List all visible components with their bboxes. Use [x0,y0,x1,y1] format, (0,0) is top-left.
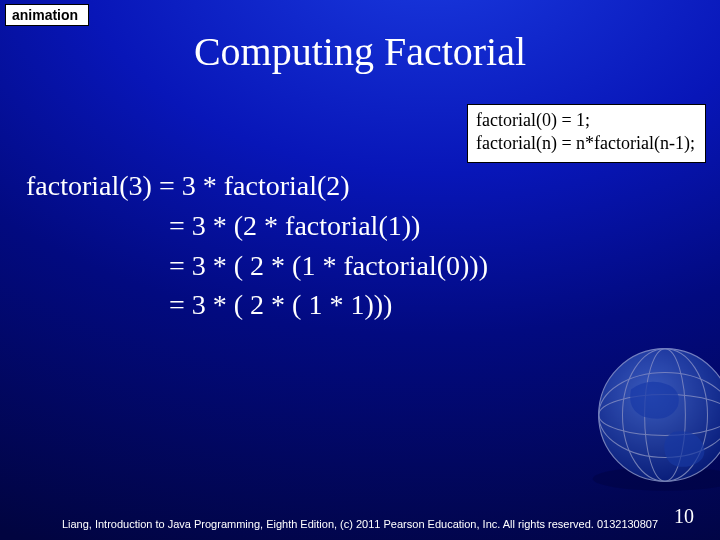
animation-label-text: animation [12,7,78,23]
globe-icon [580,330,720,500]
rule-recursive-case: factorial(n) = n*factorial(n-1); [476,132,695,155]
rule-base-case: factorial(0) = 1; [476,109,695,132]
footer-text: Liang, Introduction to Java Programming,… [0,518,720,532]
expansion-line-1: factorial(3) = 3 * factorial(2) [26,170,350,201]
animation-label-box: animation [5,4,89,26]
page-number: 10 [674,505,694,528]
expansion-block: factorial(3) = 3 * factorial(2) = 3 * (2… [26,166,488,325]
slide: animation Computing Factorial factorial(… [0,0,720,540]
expansion-line-3: = 3 * ( 2 * (1 * factorial(0))) [26,246,488,286]
slide-title: Computing Factorial [0,28,720,75]
recurrence-rule-box: factorial(0) = 1; factorial(n) = n*facto… [467,104,706,163]
expansion-line-2: = 3 * (2 * factorial(1)) [26,206,488,246]
expansion-line-4: = 3 * ( 2 * ( 1 * 1))) [26,285,488,325]
